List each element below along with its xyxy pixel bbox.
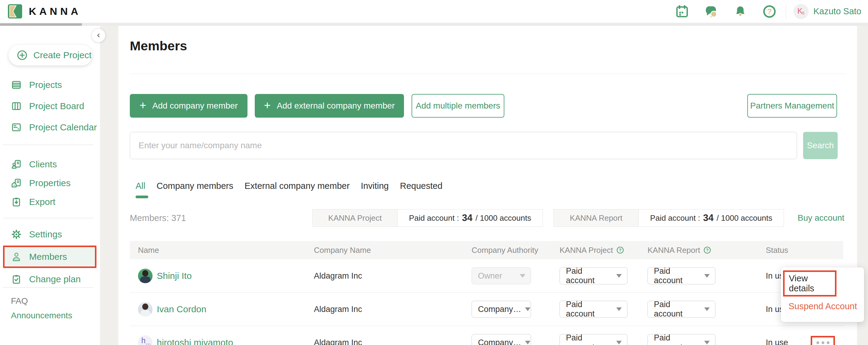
- sidebar-item-label: Project Board: [29, 101, 84, 111]
- company-authority-select[interactable]: Company…: [472, 334, 531, 345]
- sidebar-item-label: Properties: [29, 178, 71, 188]
- button-label: Add multiple members: [416, 101, 500, 111]
- help-circle-icon[interactable]: ?: [616, 246, 624, 254]
- column-header-kanna-report: KANNA Report ?: [648, 241, 712, 259]
- add-company-member-button[interactable]: + Add company member: [130, 94, 247, 118]
- sidebar-item-properties[interactable]: Properties: [0, 174, 100, 192]
- help-icon[interactable]: ?: [755, 4, 784, 19]
- sidebar-item-announcements[interactable]: Announcements: [0, 308, 100, 323]
- sidebar-collapse-button[interactable]: [92, 29, 105, 42]
- top-actions: ? K s Kazuto Sato: [668, 0, 868, 23]
- user-menu[interactable]: K s Kazuto Sato: [788, 4, 868, 19]
- kanna-report-license-box: KANNA Report Paid account : 34 / 1000 ac…: [554, 209, 784, 227]
- suspend-account-menu-item[interactable]: Suspend Account: [788, 301, 857, 311]
- status-text: In use: [766, 338, 788, 345]
- more-options-icon: [815, 340, 831, 345]
- member-name-link[interactable]: hirotoshi miyamoto: [157, 338, 233, 345]
- sidebar-item-project-calendar[interactable]: Project Calendar: [0, 117, 100, 138]
- select-value: Paid account: [654, 266, 701, 285]
- export-icon: [11, 196, 22, 207]
- avatar-initial: h: [141, 336, 146, 345]
- buy-account-link[interactable]: Buy account: [798, 209, 844, 227]
- tab-inviting[interactable]: Inviting: [361, 181, 389, 199]
- plus-icon: +: [140, 99, 146, 111]
- column-header-name: Name: [138, 241, 159, 259]
- calendar-notes-icon: [11, 122, 22, 133]
- kanna-report-select[interactable]: Paid account: [648, 334, 715, 345]
- column-header-company-authority: Company Authority: [472, 241, 538, 259]
- search-button[interactable]: Search: [803, 132, 838, 159]
- chat-icon[interactable]: [696, 4, 726, 19]
- license-label: Paid account :: [650, 213, 700, 223]
- table-header: Name Company Name Company Authority KANN…: [130, 241, 843, 259]
- column-header-status: Status: [766, 241, 788, 259]
- sidebar-divider: [3, 287, 93, 288]
- user-avatar: K s: [794, 4, 809, 19]
- license-label: Paid account :: [409, 213, 459, 223]
- sidebar-divider: [3, 145, 93, 145]
- sidebar-item-label: Members: [29, 252, 67, 262]
- sidebar-item-faq[interactable]: FAQ: [0, 294, 100, 308]
- company-authority-select[interactable]: Company…: [472, 301, 531, 318]
- chevron-down-icon: [520, 274, 525, 278]
- sidebar-item-project-board[interactable]: Project Board: [0, 95, 100, 117]
- brand-name: KANNA: [29, 5, 81, 17]
- nav-group-entities: Clients Properties Export: [0, 155, 100, 211]
- horizontal-scrollbar[interactable]: [0, 23, 868, 26]
- sidebar-item-label: Project Calendar: [29, 122, 97, 132]
- sidebar-item-projects[interactable]: Projects: [0, 74, 100, 95]
- search-input[interactable]: [130, 132, 797, 159]
- create-project-label: Create Project: [33, 50, 92, 60]
- summary-row: Members: 371 KANNA Project Paid account …: [118, 209, 857, 227]
- menu-item-label: Suspend Account: [788, 301, 857, 311]
- sidebar-item-label: Projects: [29, 80, 62, 90]
- create-project-button[interactable]: Create Project: [8, 45, 92, 65]
- chevron-down-icon: [525, 307, 530, 311]
- kanna-project-select[interactable]: Paid account: [560, 334, 627, 345]
- board-columns-icon: [11, 101, 22, 112]
- svg-text:?: ?: [619, 248, 622, 253]
- add-multiple-members-button[interactable]: Add multiple members: [411, 94, 504, 118]
- kanna-report-select[interactable]: Paid account: [648, 268, 715, 284]
- member-name-link[interactable]: Ivan Cordon: [157, 304, 206, 314]
- avatar-initial: m: [146, 341, 151, 345]
- license-total: / 1000 accounts: [475, 213, 531, 223]
- sidebar-item-members[interactable]: Members: [3, 246, 96, 268]
- sidebar-item-change-plan[interactable]: Change plan: [0, 270, 100, 289]
- company-name: Aldagram Inc: [314, 305, 362, 314]
- license-box-tab: KANNA Project: [313, 210, 398, 226]
- kanna-project-select[interactable]: Paid account: [560, 268, 627, 284]
- sidebar-item-label: Clients: [29, 159, 57, 169]
- company-name: Aldagram Inc: [314, 338, 362, 345]
- button-label: Partners Management: [750, 101, 834, 111]
- scrollbar-thumb[interactable]: [0, 23, 82, 26]
- view-details-menu-item[interactable]: View details: [783, 271, 836, 296]
- nav-group-help: FAQ Announcements: [0, 294, 100, 323]
- sidebar-item-export[interactable]: Export: [0, 192, 100, 211]
- chevron-down-icon: [704, 274, 710, 278]
- table-row: h m hirotoshi miyamoto Aldagram Inc Comp…: [130, 326, 843, 345]
- company-name: Aldagram Inc: [314, 271, 362, 281]
- tab-requested[interactable]: Requested: [400, 181, 442, 199]
- tab-external-company-member[interactable]: External company member: [244, 181, 350, 199]
- table-row: Ivan Cordon Aldagram Inc Company… Paid a…: [130, 292, 843, 326]
- partners-management-button[interactable]: Partners Management: [747, 94, 837, 118]
- license-box-value: Paid account : 34 / 1000 accounts: [639, 210, 784, 226]
- sidebar-divider: [3, 218, 93, 218]
- help-circle-icon[interactable]: ?: [703, 246, 712, 254]
- member-person-icon: [11, 251, 22, 262]
- kanna-project-select[interactable]: Paid account: [560, 301, 627, 318]
- tab-company-members[interactable]: Company members: [156, 181, 233, 199]
- member-name-link[interactable]: Shinji Ito: [157, 271, 192, 281]
- kanna-report-select[interactable]: Paid account: [648, 301, 715, 318]
- calendar-icon[interactable]: [668, 4, 696, 19]
- members-count: Members: 371: [130, 209, 186, 227]
- menu-item-label: View details: [789, 274, 835, 293]
- add-external-company-member-button[interactable]: + Add external company member: [255, 94, 404, 118]
- row-more-options-button[interactable]: [811, 336, 835, 345]
- sidebar-item-settings[interactable]: Settings: [0, 225, 100, 244]
- select-value: Company…: [478, 338, 521, 345]
- chevron-down-icon: [704, 341, 710, 344]
- sidebar-item-clients[interactable]: Clients: [0, 155, 100, 174]
- notifications-bell-icon[interactable]: [726, 5, 755, 18]
